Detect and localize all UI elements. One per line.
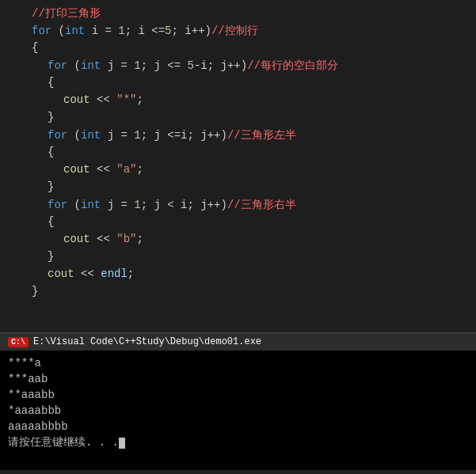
code-line-for-left: for (int j = 1; j <=i; j++)//三角形左半 xyxy=(0,128,476,146)
terminal-cursor xyxy=(119,438,125,449)
code-line-brace-right-open: { xyxy=(0,215,476,233)
line-text: } xyxy=(32,285,470,298)
line-text: cout << endl; xyxy=(32,267,470,280)
line-text: { xyxy=(32,215,470,228)
code-line-brace-left-close: } xyxy=(0,180,476,198)
code-line-brace-left-open: { xyxy=(0,146,476,163)
line-text: } xyxy=(32,180,470,193)
code-line-for-spaces: for (int j = 1; j <= 5-i; j++)//每行的空白部分 xyxy=(0,59,476,76)
code-line-brace-outer-open: { xyxy=(0,41,476,59)
line-text: { xyxy=(32,76,470,89)
code-line-cout-star: cout << "*"; xyxy=(0,93,476,111)
code-line-brace-outer-close: } xyxy=(0,285,476,302)
terminal-title: E:\Visual Code\C++Study\Debug\demo01.exe xyxy=(33,336,261,347)
code-line-for-outer: for (int i = 1; i <=5; i++)//控制行 xyxy=(0,24,476,41)
line-text: cout << "*"; xyxy=(32,93,470,106)
terminal-line-5: aaaaabbbb xyxy=(8,419,468,434)
line-text: cout << "a"; xyxy=(32,163,470,176)
terminal-title-bar: C:\ E:\Visual Code\C++Study\Debug\demo01… xyxy=(0,332,476,351)
line-text: } xyxy=(32,250,470,263)
line-text: { xyxy=(32,146,470,158)
code-line-comment-title: //打印三角形 xyxy=(0,6,476,24)
code-line-brace-spaces-open: { xyxy=(0,76,476,93)
code-line-cout-endl: cout << endl; xyxy=(0,267,476,285)
code-line-cout-b: cout << "b"; xyxy=(0,233,476,250)
terminal-line-4: *aaaabbb xyxy=(8,403,468,419)
terminal-line-prompt: 请按任意键继续. . . xyxy=(8,434,468,450)
prompt-text: 请按任意键继续. . . xyxy=(8,436,119,449)
line-text: } xyxy=(32,111,470,123)
line-text: //打印三角形 xyxy=(32,6,470,21)
code-line-brace-spaces-close: } xyxy=(0,111,476,128)
line-text: for (int j = 1; j < i; j++)//三角形右半 xyxy=(32,198,470,212)
code-line-for-right: for (int j = 1; j < i; j++)//三角形右半 xyxy=(0,198,476,215)
line-text: { xyxy=(32,41,470,54)
code-line-brace-right-close: } xyxy=(0,250,476,267)
terminal-line-2: ***aab xyxy=(8,371,468,387)
line-text: for (int j = 1; j <=i; j++)//三角形左半 xyxy=(32,128,470,142)
terminal-icon: C:\ xyxy=(8,337,29,347)
terminal-line-3: **aaabb xyxy=(8,387,468,403)
terminal-line-1: ****a xyxy=(8,355,468,371)
terminal-output: ****a ***aab **aaabb *aaaabbb aaaaabbbb … xyxy=(0,351,476,470)
line-text: for (int j = 1; j <= 5-i; j++)//每行的空白部分 xyxy=(32,59,470,73)
code-editor: //打印三角形 for (int i = 1; i <=5; i++)//控制行… xyxy=(0,0,476,332)
code-line-cout-a: cout << "a"; xyxy=(0,163,476,180)
line-text: cout << "b"; xyxy=(32,233,470,245)
line-text: for (int i = 1; i <=5; i++)//控制行 xyxy=(32,24,470,38)
